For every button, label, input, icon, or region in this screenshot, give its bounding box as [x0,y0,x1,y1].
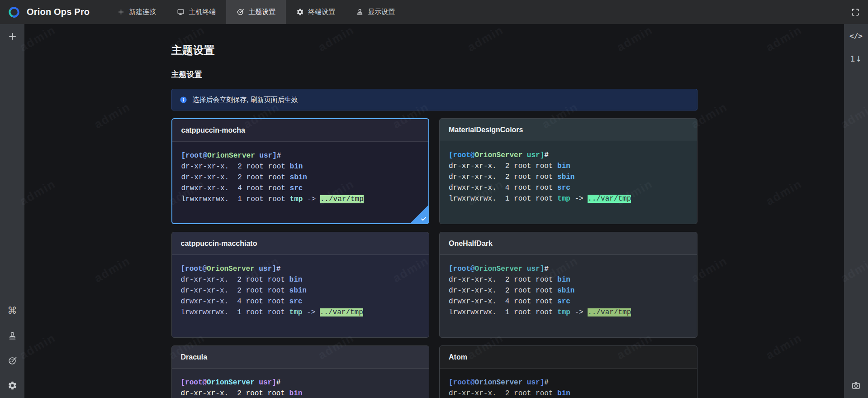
terminal-segment: [root@ [449,265,475,273]
terminal-segment: tmp [290,195,303,203]
terminal-line: drwxr-xr-x. 4 root root src [449,296,688,307]
terminal-line: drwxr-xr-x. 4 root root src [449,182,688,193]
gear-icon [296,8,304,16]
terminal-line: dr-xr-xr-x. 2 root root bin [181,161,420,172]
stamp-icon [8,331,17,340]
display-settings-button[interactable] [5,328,20,343]
terminal-segment: dr-xr-xr-x. 2 root root [449,276,557,284]
tab-terminal-settings[interactable]: 终端设置 [286,0,346,24]
terminal-segment: OrionServer [207,379,255,387]
page-title: 主题设置 [171,43,697,58]
theme-card-Atom[interactable]: Atom [root@OrionServer usr]#dr-xr-xr-x. … [439,345,697,398]
terminal-segment: -> [302,308,319,316]
terminal-line: dr-xr-xr-x. 2 root root sbin [449,172,688,182]
terminal-segment: usr] [522,379,544,387]
terminal-line: [root@OrionServer usr]# [449,264,688,274]
terminal-segment: bin [289,389,303,398]
new-tab-button[interactable] [5,29,20,44]
fullscreen-icon[interactable] [849,6,861,18]
theme-card-header: OneHalfDark [440,232,697,255]
tab-theme-settings[interactable]: 主题设置 [226,0,286,24]
terminal-segment: # [544,265,549,273]
theme-card-OneHalfDark[interactable]: OneHalfDark [root@OrionServer usr]#dr-xr… [439,232,697,338]
screenshot-button[interactable] [849,378,864,393]
tab-new-connection[interactable]: 新建连接 [107,0,166,24]
terminal-segment: bin [289,276,303,284]
topbar-right [849,0,868,24]
terminal-segment: drwxr-xr-x. 4 root root [181,297,289,306]
theme-card-header: Atom [440,346,697,369]
terminal-preview: [root@OrionServer usr]#dr-xr-xr-x. 2 roo… [440,369,697,398]
terminal-segment: lrwxrwxrwx. 1 root root [181,195,290,203]
terminal-line: dr-xr-xr-x. 2 root root bin [449,161,688,172]
terminal-segment: usr] [522,151,544,159]
terminal-segment: sbin [289,287,307,295]
check-icon [420,215,427,222]
terminal-segment: dr-xr-xr-x. 2 root root [181,163,290,171]
terminal-segment: # [276,265,281,273]
terminal-segment: dr-xr-xr-x. 2 root root [449,389,557,398]
terminal-segment: drwxr-xr-x. 4 root root [449,297,557,306]
terminal-segment: src [290,184,303,192]
terminal-segment: OrionServer [207,152,255,160]
terminal-segment: drwxr-xr-x. 4 root root [449,184,557,192]
sort-button[interactable]: 1↓ [849,51,864,67]
terminal-segment: bin [557,276,570,284]
theme-name: Atom [449,353,467,361]
theme-card-catppuccin-mocha[interactable]: catppuccin-mocha [root@OrionServer usr]#… [171,118,430,224]
terminal-segment: usr] [522,265,544,273]
terminal-line: lrwxrwxrwx. 1 root root tmp -> ../var/tm… [181,307,420,318]
terminal-line: dr-xr-xr-x. 2 root root bin [181,388,420,398]
terminal-segment: tmp [557,195,570,203]
info-banner-text: 选择后会立刻保存, 刷新页面后生效 [193,96,298,104]
terminal-segment: src [289,297,303,306]
theme-card-header: catppuccin-mocha [172,119,429,142]
terminal-line: drwxr-xr-x. 4 root root src [181,183,420,194]
palette-icon [237,8,244,16]
terminal-preview: [root@OrionServer usr]#dr-xr-xr-x. 2 roo… [440,141,697,213]
terminal-segment: -> [303,195,320,203]
top-bar: Orion Ops Pro 新建连接 主机终端 主题设置 终端设置 显示设置 [0,0,868,24]
theme-name: OneHalfDark [449,240,493,248]
right-rail: </> 1↓ [844,24,868,398]
terminal-line: lrwxrwxrwx. 1 root root tmp -> ../var/tm… [181,194,420,205]
theme-settings-button[interactable] [5,353,20,368]
gear-icon [8,381,17,390]
info-banner: 选择后会立刻保存, 刷新页面后生效 [171,89,697,110]
terminal-segment: [root@ [449,151,475,159]
terminal-segment: dr-xr-xr-x. 2 root root [181,287,289,295]
code-button[interactable]: </> [849,29,864,44]
terminal-line: [root@OrionServer usr]# [181,264,420,274]
tab-display-settings[interactable]: 显示设置 [346,0,405,24]
terminal-segment: src [557,184,570,192]
terminal-segment: src [557,297,570,306]
stamp-icon [356,8,364,16]
app-title: Orion Ops Pro [27,7,90,17]
command-button[interactable]: ⌘ [5,303,20,318]
terminal-segment: [root@ [181,265,207,273]
main-nav: 新建连接 主机终端 主题设置 终端设置 显示设置 [107,0,405,24]
settings-button[interactable] [5,378,20,393]
terminal-segment: OrionServer [475,379,523,387]
terminal-preview: [root@OrionServer usr]#dr-xr-xr-x. 2 roo… [172,255,429,326]
section-title: 主题设置 [171,69,697,80]
terminal-segment: ../var/tmp [320,308,363,316]
terminal-segment: usr] [255,152,277,160]
theme-card-catppuccin-macchiato[interactable]: catppuccin-macchiato [root@OrionServer u… [171,232,430,338]
camera-icon [851,381,861,390]
tab-label: 主题设置 [248,8,275,16]
monitor-icon [177,8,185,16]
tab-label: 新建连接 [129,8,156,16]
tab-label: 终端设置 [308,8,335,16]
theme-card-header: Dracula [172,346,429,369]
theme-card-Dracula[interactable]: Dracula [root@OrionServer usr]#dr-xr-xr-… [171,345,430,398]
theme-name: catppuccin-macchiato [181,240,257,248]
terminal-line: lrwxrwxrwx. 1 root root tmp -> ../var/tm… [449,307,688,318]
terminal-segment: tmp [289,308,303,316]
plus-icon [117,8,125,16]
terminal-line: [root@OrionServer usr]# [449,377,688,388]
theme-card-MaterialDesignColors[interactable]: MaterialDesignColors [root@OrionServer u… [439,118,697,224]
tab-host-terminal[interactable]: 主机终端 [166,0,226,24]
terminal-segment: drwxr-xr-x. 4 root root [181,184,290,192]
plus-icon [8,32,17,41]
